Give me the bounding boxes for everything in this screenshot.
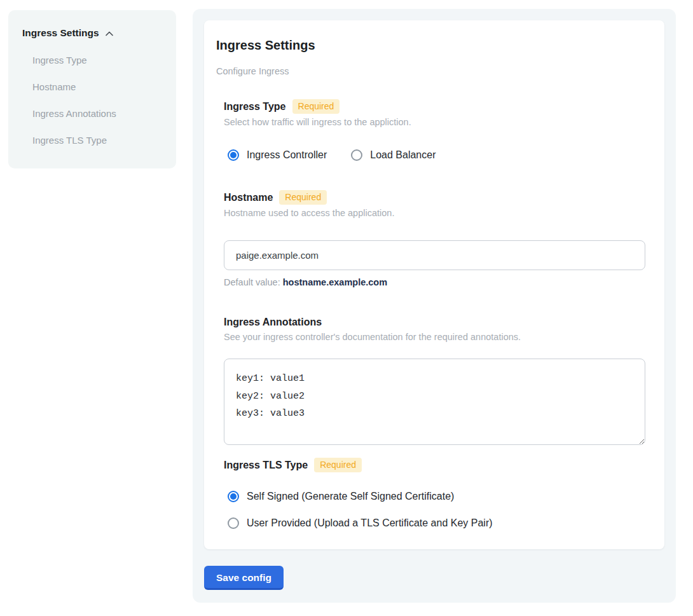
- field-ingress-annotations: Ingress Annotations See your ingress con…: [224, 316, 645, 445]
- required-badge: Required: [279, 190, 327, 205]
- sidebar-item-ingress-tls-type[interactable]: Ingress TLS Type: [32, 134, 162, 147]
- radio-self-signed[interactable]: Self Signed (Generate Self Signed Certif…: [228, 489, 645, 503]
- ingress-annotations-help: See your ingress controller's documentat…: [224, 331, 645, 343]
- sidebar-item-ingress-annotations[interactable]: Ingress Annotations: [32, 107, 162, 120]
- radio-load-balancer[interactable]: Load Balancer: [351, 148, 436, 161]
- sidebar-nav: Ingress Type Hostname Ingress Annotation…: [22, 54, 162, 147]
- radio-selected-icon[interactable]: [228, 491, 239, 502]
- field-hostname: Hostname Required Hostname used to acces…: [224, 190, 645, 287]
- ingress-annotations-textarea[interactable]: key1: value1 key2: value2 key3: value3: [224, 359, 645, 445]
- ingress-form: Ingress Type Required Select how traffic…: [216, 99, 645, 530]
- sidebar-item-hostname[interactable]: Hostname: [32, 81, 162, 93]
- required-badge: Required: [314, 458, 362, 472]
- radio-unselected-icon[interactable]: [351, 149, 362, 161]
- save-config-button[interactable]: Save config: [204, 566, 284, 590]
- radio-selected-icon[interactable]: [228, 149, 239, 161]
- screen: Ingress Settings Ingress Type Hostname I…: [0, 0, 693, 616]
- radio-self-signed-label: Self Signed (Generate Self Signed Certif…: [247, 489, 454, 503]
- radio-user-provided-label: User Provided (Upload a TLS Certificate …: [247, 516, 493, 530]
- ingress-settings-panel: Ingress Settings Configure Ingress Ingre…: [193, 9, 676, 603]
- ingress-type-label: Ingress Type: [224, 100, 286, 113]
- hostname-help: Hostname used to access the application.: [224, 207, 645, 219]
- sidebar-section-title: Ingress Settings: [22, 27, 99, 39]
- hostname-default-line: Default value: hostname.example.com: [224, 277, 645, 287]
- ingress-tls-type-label: Ingress TLS Type: [224, 459, 308, 472]
- hostname-label: Hostname: [224, 191, 273, 204]
- ingress-settings-sidebar: Ingress Settings Ingress Type Hostname I…: [8, 10, 176, 168]
- chevron-up-icon: [104, 29, 114, 39]
- field-ingress-tls-type: Ingress TLS Type Required Self Signed (G…: [224, 458, 645, 530]
- field-ingress-type: Ingress Type Required Select how traffic…: [224, 99, 645, 161]
- hostname-input[interactable]: [224, 240, 645, 270]
- page-title: Ingress Settings: [216, 38, 645, 52]
- radio-ingress-controller[interactable]: Ingress Controller: [228, 148, 327, 161]
- ingress-annotations-label: Ingress Annotations: [224, 316, 322, 329]
- sidebar-item-ingress-type[interactable]: Ingress Type: [32, 54, 162, 67]
- radio-ingress-controller-label: Ingress Controller: [247, 148, 327, 161]
- radio-user-provided[interactable]: User Provided (Upload a TLS Certificate …: [228, 516, 645, 530]
- radio-load-balancer-label: Load Balancer: [370, 148, 436, 161]
- default-value-text: hostname.example.com: [283, 277, 387, 287]
- page-subtitle: Configure Ingress: [216, 66, 645, 76]
- radio-unselected-icon[interactable]: [228, 517, 239, 529]
- ingress-settings-card: Ingress Settings Configure Ingress Ingre…: [204, 20, 664, 549]
- default-value-prefix: Default value:: [224, 277, 283, 287]
- sidebar-section-toggle[interactable]: Ingress Settings: [22, 27, 162, 39]
- ingress-type-help: Select how traffic will ingress to the a…: [224, 116, 645, 128]
- required-badge: Required: [292, 99, 340, 114]
